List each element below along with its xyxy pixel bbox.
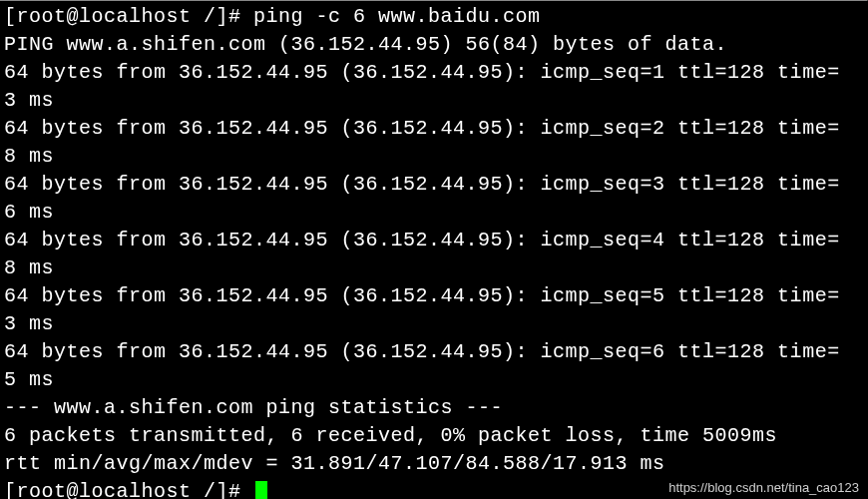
ping-header: PING www.a.shifen.com (36.152.44.95) 56(…: [4, 31, 863, 59]
shell-prompt: [root@localhost /]#: [4, 480, 253, 499]
ping-reply: 64 bytes from 36.152.44.95 (36.152.44.95…: [4, 171, 863, 199]
stats-rtt: rtt min/avg/max/mdev = 31.891/47.107/84.…: [4, 450, 863, 478]
cursor-icon: [255, 481, 267, 499]
terminal-output[interactable]: [root@localhost /]# ping -c 6 www.baidu.…: [0, 1, 867, 499]
ping-reply-wrap: 6 ms: [4, 199, 863, 227]
ping-reply: 64 bytes from 36.152.44.95 (36.152.44.95…: [4, 115, 863, 143]
stats-header: --- www.a.shifen.com ping statistics ---: [4, 394, 863, 422]
ping-reply-wrap: 3 ms: [4, 310, 863, 338]
ping-reply-wrap: 8 ms: [4, 254, 863, 282]
ping-reply-wrap: 3 ms: [4, 87, 863, 115]
watermark-text: https://blog.csdn.net/tina_cao123: [668, 480, 859, 495]
ping-reply: 64 bytes from 36.152.44.95 (36.152.44.95…: [4, 227, 863, 254]
ping-reply: 64 bytes from 36.152.44.95 (36.152.44.95…: [4, 282, 863, 310]
shell-prompt: [root@localhost /]#: [4, 5, 253, 28]
ping-reply: 64 bytes from 36.152.44.95 (36.152.44.95…: [4, 338, 863, 366]
ping-reply-wrap: 8 ms: [4, 143, 863, 171]
ping-reply-wrap: 5 ms: [4, 366, 863, 394]
stats-summary: 6 packets transmitted, 6 received, 0% pa…: [4, 422, 863, 450]
typed-command: ping -c 6 www.baidu.com: [253, 5, 541, 28]
command-line: [root@localhost /]# ping -c 6 www.baidu.…: [4, 3, 863, 31]
ping-reply: 64 bytes from 36.152.44.95 (36.152.44.95…: [4, 59, 863, 87]
